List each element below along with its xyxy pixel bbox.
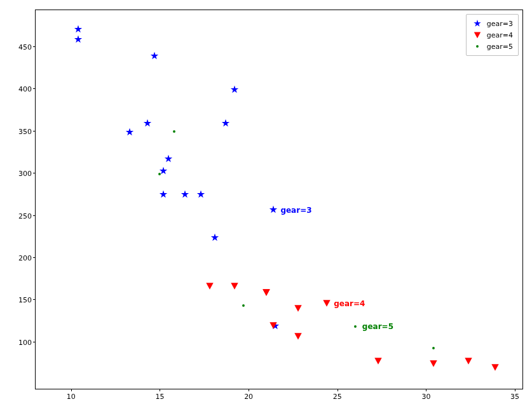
data-point	[374, 357, 382, 366]
figure: gear=3gear=4gear=5 101520253035100150200…	[0, 0, 532, 411]
svg-marker-26	[430, 360, 437, 367]
y-tick-label: 400	[18, 85, 32, 93]
data-point	[231, 282, 238, 291]
svg-marker-11	[74, 35, 82, 43]
svg-point-32	[173, 130, 175, 133]
data-point	[269, 205, 278, 215]
data-point	[181, 191, 189, 200]
y-tick-label: 200	[18, 254, 32, 262]
svg-point-30	[354, 325, 357, 328]
y-tick-label: 250	[18, 212, 32, 220]
svg-point-31	[432, 347, 435, 349]
data-point	[74, 35, 83, 44]
data-point	[151, 52, 159, 62]
y-tick-label: 150	[18, 296, 32, 304]
data-point	[491, 363, 499, 372]
legend-entry: gear=3	[470, 18, 513, 29]
data-point	[196, 191, 205, 200]
svg-point-33	[242, 304, 245, 307]
svg-marker-22	[295, 306, 302, 313]
svg-marker-17	[231, 86, 238, 93]
data-point	[206, 282, 214, 291]
svg-marker-4	[222, 119, 229, 127]
svg-marker-14	[165, 155, 172, 163]
svg-point-2	[476, 45, 479, 48]
x-tick-label: 15	[155, 393, 164, 401]
svg-marker-3	[269, 205, 277, 213]
y-tick-label: 300	[18, 170, 32, 178]
data-point	[230, 86, 238, 95]
svg-marker-23	[231, 283, 238, 290]
data-point	[430, 360, 437, 368]
annotation: gear=5	[362, 322, 393, 331]
svg-marker-7	[181, 191, 188, 198]
svg-marker-16	[126, 128, 133, 135]
data-point	[211, 233, 219, 243]
data-point	[158, 170, 162, 177]
annotation: gear=3	[280, 206, 311, 215]
svg-marker-5	[211, 233, 219, 241]
svg-marker-28	[374, 358, 381, 365]
svg-point-34	[159, 173, 161, 175]
svg-marker-21	[323, 300, 330, 307]
svg-marker-12	[151, 52, 158, 60]
data-point	[465, 357, 472, 366]
data-point	[126, 128, 134, 137]
legend-label: gear=4	[487, 31, 513, 39]
y-tick-label: 450	[18, 43, 32, 51]
svg-marker-19	[263, 289, 269, 296]
y-tick-label: 350	[18, 127, 32, 135]
data-point	[241, 302, 245, 309]
svg-marker-9	[160, 191, 167, 198]
triangle-down-icon	[470, 30, 484, 39]
data-point	[269, 321, 277, 330]
data-point	[74, 25, 83, 34]
data-point	[353, 323, 357, 330]
data-point	[172, 128, 176, 135]
data-point	[294, 304, 302, 313]
svg-marker-10	[74, 25, 82, 32]
legend-label: gear=5	[487, 43, 513, 51]
y-tick-label: 100	[18, 338, 32, 346]
star-icon	[470, 19, 484, 28]
svg-marker-8	[197, 191, 205, 198]
svg-marker-20	[295, 333, 302, 340]
svg-marker-29	[270, 322, 277, 329]
data-point	[294, 332, 302, 341]
dot-icon	[470, 42, 484, 51]
svg-marker-25	[465, 358, 472, 365]
legend-label: gear=3	[487, 20, 513, 28]
svg-marker-0	[474, 20, 481, 27]
data-point	[143, 119, 151, 129]
x-tick-label: 20	[244, 393, 253, 401]
data-point	[323, 299, 331, 308]
svg-marker-24	[206, 283, 213, 290]
legend-entry: gear=5	[470, 41, 513, 52]
annotation: gear=4	[334, 299, 365, 308]
data-point	[431, 344, 435, 351]
data-point	[165, 155, 173, 165]
data-point	[221, 119, 229, 129]
svg-marker-6	[144, 119, 151, 127]
x-tick-label: 25	[333, 393, 342, 401]
legend-entry: gear=4	[470, 29, 513, 41]
x-tick-label: 10	[67, 393, 76, 401]
svg-marker-1	[474, 32, 481, 39]
data-point	[263, 288, 270, 297]
x-tick-label: 30	[421, 393, 430, 401]
x-tick-label: 35	[510, 393, 519, 401]
legend: gear=3gear=4gear=5	[466, 14, 519, 56]
data-point	[160, 191, 168, 200]
plot-area: gear=3gear=4gear=5 101520253035100150200…	[35, 10, 523, 389]
svg-marker-27	[492, 365, 499, 372]
